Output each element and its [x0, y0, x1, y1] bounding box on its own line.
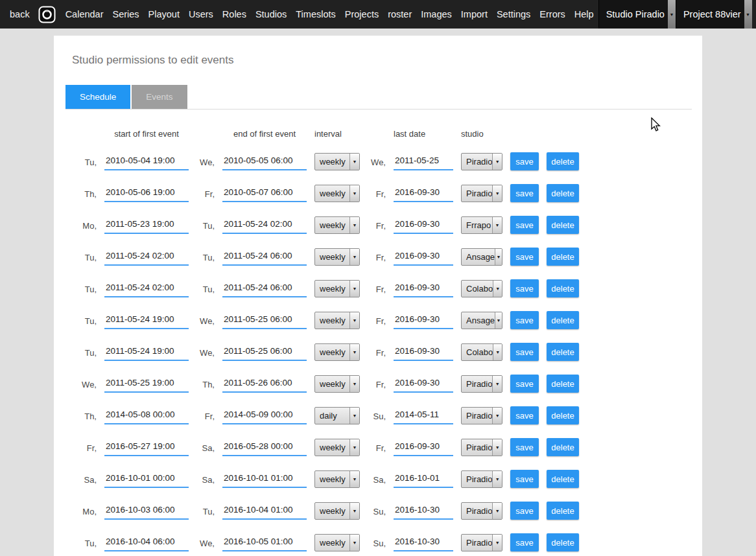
end-input[interactable] — [222, 283, 307, 297]
start-input[interactable] — [104, 187, 189, 202]
start-input[interactable] — [104, 441, 189, 456]
last-date-input[interactable] — [394, 505, 453, 520]
nav-item-users[interactable]: Users — [184, 9, 218, 19]
end-input[interactable] — [222, 473, 307, 488]
start-input[interactable] — [104, 156, 189, 170]
last-date-input[interactable] — [394, 156, 453, 170]
save-button[interactable]: save — [510, 533, 539, 551]
save-button[interactable]: save — [510, 184, 539, 202]
start-input[interactable] — [104, 283, 189, 297]
studio-dropdown[interactable]: Studio Piradio ▼ — [598, 0, 676, 29]
start-input[interactable] — [104, 314, 189, 329]
end-input[interactable] — [222, 410, 307, 424]
studio-select[interactable]: Piradio ▼ — [461, 439, 502, 456]
end-input[interactable] — [222, 346, 307, 361]
delete-button[interactable]: delete — [547, 343, 579, 361]
save-button[interactable]: save — [510, 152, 539, 170]
end-input[interactable] — [222, 156, 307, 170]
nav-item-settings[interactable]: Settings — [492, 9, 535, 19]
nav-item-images[interactable]: Images — [416, 9, 456, 19]
interval-select[interactable]: weekly ▼ — [314, 343, 360, 361]
studio-select[interactable]: Piradio ▼ — [461, 375, 502, 393]
studio-select[interactable]: Piradio ▼ — [461, 534, 502, 551]
interval-select[interactable]: weekly ▼ — [314, 248, 360, 266]
last-date-input[interactable] — [394, 219, 453, 234]
studio-select[interactable]: Frrapo ▼ — [461, 216, 502, 234]
nav-item-errors[interactable]: Errors — [535, 9, 569, 19]
nav-item-playout[interactable]: Playout — [144, 9, 184, 19]
end-input[interactable] — [222, 441, 307, 456]
studio-select[interactable]: Piradio ▼ — [461, 185, 502, 202]
delete-button[interactable]: delete — [547, 406, 579, 424]
tab-schedule[interactable]: Schedule — [65, 85, 130, 109]
interval-select[interactable]: weekly ▼ — [314, 153, 360, 170]
start-input[interactable] — [104, 473, 189, 488]
save-button[interactable]: save — [510, 406, 539, 424]
end-input[interactable] — [222, 314, 307, 329]
studio-select[interactable]: Piradio ▼ — [461, 470, 502, 488]
start-input[interactable] — [104, 219, 189, 234]
last-date-input[interactable] — [394, 314, 453, 329]
delete-button[interactable]: delete — [547, 533, 579, 551]
delete-button[interactable]: delete — [547, 470, 579, 488]
interval-select[interactable]: daily ▼ — [314, 407, 360, 424]
last-date-input[interactable] — [394, 537, 453, 551]
studio-select[interactable]: Colabo ▼ — [461, 280, 502, 297]
nav-item-import[interactable]: Import — [456, 9, 492, 19]
save-button[interactable]: save — [510, 343, 539, 361]
studio-select[interactable]: Colabo ▼ — [461, 343, 502, 361]
save-button[interactable]: save — [510, 470, 539, 488]
interval-select[interactable]: weekly ▼ — [314, 280, 360, 297]
interval-select[interactable]: weekly ▼ — [314, 375, 360, 393]
nav-item-help[interactable]: Help — [570, 9, 598, 19]
end-input[interactable] — [222, 378, 307, 393]
save-button[interactable]: save — [510, 502, 539, 520]
last-date-input[interactable] — [394, 441, 453, 456]
start-input[interactable] — [104, 251, 189, 266]
studio-select[interactable]: Ansage ▼ — [461, 248, 502, 266]
last-date-input[interactable] — [394, 410, 453, 424]
nav-item-calendar[interactable]: Calendar — [61, 9, 108, 19]
nav-item-projects[interactable]: Projects — [340, 9, 383, 19]
last-date-input[interactable] — [394, 283, 453, 297]
interval-select[interactable]: weekly ▼ — [314, 185, 360, 202]
last-date-input[interactable] — [394, 187, 453, 202]
end-input[interactable] — [222, 505, 307, 520]
delete-button[interactable]: delete — [547, 184, 579, 202]
delete-button[interactable]: delete — [547, 216, 579, 234]
last-date-input[interactable] — [394, 346, 453, 361]
start-input[interactable] — [104, 346, 189, 361]
start-input[interactable] — [104, 410, 189, 424]
delete-button[interactable]: delete — [547, 375, 579, 393]
studio-select[interactable]: Ansage ▼ — [461, 312, 502, 329]
interval-select[interactable]: weekly ▼ — [314, 216, 360, 234]
nav-item-roles[interactable]: Roles — [218, 9, 251, 19]
tab-events[interactable]: Events — [132, 85, 187, 109]
nav-item-series[interactable]: Series — [108, 9, 143, 19]
save-button[interactable]: save — [510, 311, 539, 329]
delete-button[interactable]: delete — [547, 438, 579, 456]
interval-select[interactable]: weekly ▼ — [314, 312, 360, 329]
save-button[interactable]: save — [510, 216, 539, 234]
project-dropdown[interactable]: Project 88vier ▼ — [676, 0, 752, 29]
interval-select[interactable]: weekly ▼ — [314, 470, 360, 488]
last-date-input[interactable] — [394, 473, 453, 488]
start-input[interactable] — [104, 537, 189, 551]
app-logo-icon[interactable] — [38, 6, 56, 23]
end-input[interactable] — [222, 187, 307, 202]
interval-select[interactable]: weekly ▼ — [314, 439, 360, 456]
end-input[interactable] — [222, 537, 307, 551]
nav-item-timeslots[interactable]: Timeslots — [291, 9, 340, 19]
last-date-input[interactable] — [394, 378, 453, 393]
studio-select[interactable]: Piradio ▼ — [461, 502, 502, 520]
studio-select[interactable]: Piradio ▼ — [461, 153, 502, 170]
delete-button[interactable]: delete — [547, 311, 579, 329]
save-button[interactable]: save — [510, 248, 539, 266]
interval-select[interactable]: weekly ▼ — [314, 534, 360, 551]
delete-button[interactable]: delete — [547, 502, 579, 520]
end-input[interactable] — [222, 219, 307, 234]
save-button[interactable]: save — [510, 438, 539, 456]
interval-select[interactable]: weekly ▼ — [314, 502, 360, 520]
start-input[interactable] — [104, 378, 189, 393]
start-input[interactable] — [104, 505, 189, 520]
